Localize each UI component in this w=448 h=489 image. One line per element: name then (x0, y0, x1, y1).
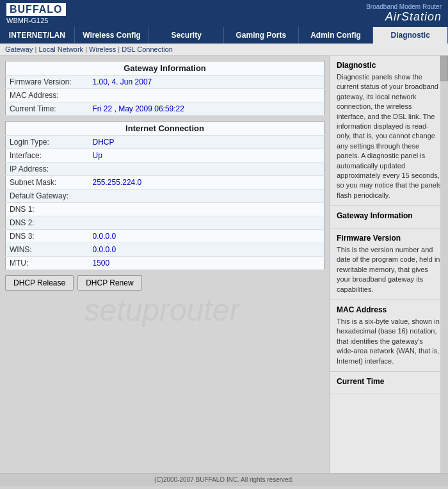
nav-item-gaming-ports[interactable]: Gaming Ports (224, 27, 299, 44)
breadcrumb-item-wireless[interactable]: Wireless (89, 45, 116, 53)
breadcrumb: Gateway | Local Network | Wireless | DSL… (0, 44, 448, 56)
table-row: MTU:1500 (6, 257, 324, 270)
row-label: DNS 2: (6, 216, 89, 230)
row-label: Subnet Mask: (6, 176, 89, 189)
page-header: BUFFALO WBMR-G125 Broadband Modem Router… (0, 0, 448, 27)
row-label: WINS: (6, 243, 89, 257)
table-row: Default Gateway: (6, 189, 324, 203)
row-label: Firmware Version: (6, 76, 89, 89)
breadcrumb-item-local-network[interactable]: Local Network (38, 45, 83, 53)
right-panel: DiagnosticDiagnostic panels show the cur… (330, 56, 448, 473)
table-row: Subnet Mask:255.255.224.0 (6, 176, 324, 189)
table-row: Login Type:DHCP (6, 136, 324, 149)
table-row: MAC Address: (6, 89, 324, 102)
row-label: Interface: (6, 149, 89, 163)
watermark: setuprouter (5, 293, 319, 328)
model-number: WBMR-G125 (6, 17, 66, 24)
help-section-title: MAC Address (337, 305, 442, 314)
row-label: DNS 3: (6, 230, 89, 243)
buffalo-logo: BUFFALO (6, 3, 66, 16)
row-value: 0.0.0.0 (89, 230, 324, 243)
brand-right: Broadband Modem Router AirStation (366, 3, 442, 24)
help-section: DiagnosticDiagnostic panels show the cur… (330, 56, 448, 206)
row-value: 1500 (89, 257, 324, 270)
nav-item-diagnostic[interactable]: Diagnostic (373, 27, 448, 44)
nav-item-internet/lan[interactable]: INTERNET/LAN (0, 27, 75, 44)
row-label: MTU: (6, 257, 89, 270)
internet-connection-title: Internet Connection (6, 122, 324, 136)
help-section-text: This is the version number and date of t… (337, 245, 442, 294)
help-section-title: Gateway Information (337, 211, 442, 220)
row-label: DNS 1: (6, 203, 89, 216)
row-value: 255.255.224.0 (89, 176, 324, 189)
row-value: 0.0.0.0 (89, 243, 324, 257)
help-section-title: Firmware Version (337, 234, 442, 243)
nav-item-security[interactable]: Security (149, 27, 224, 44)
table-row: DNS 1: (6, 203, 324, 216)
row-label: Login Type: (6, 136, 89, 149)
breadcrumb-separator: | (116, 45, 122, 53)
brand-subtitle: Broadband Modem Router (366, 3, 442, 10)
main-content: Gateway Information Firmware Version:1.0… (0, 56, 448, 473)
scrollbar-thumb[interactable] (440, 56, 448, 81)
row-value (89, 163, 324, 176)
nav-item-admin-config[interactable]: Admin Config (299, 27, 374, 44)
gateway-info-table: Gateway Information Firmware Version:1.0… (5, 61, 324, 116)
gateway-info-title: Gateway Information (6, 61, 324, 76)
row-value (89, 216, 324, 230)
row-label: MAC Address: (6, 89, 89, 102)
main-nav: INTERNET/LANWireless ConfigSecurityGamin… (0, 27, 448, 44)
table-row: WINS:0.0.0.0 (6, 243, 324, 257)
help-section: Current Time (330, 372, 448, 394)
breadcrumb-item-gateway[interactable]: Gateway (5, 45, 33, 53)
row-value (89, 89, 324, 102)
button-area: DHCP Release DHCP Renew (5, 275, 324, 291)
help-section-text: This is a six-byte value, shown in hexad… (337, 317, 442, 366)
left-panel: Gateway Information Firmware Version:1.0… (0, 56, 330, 473)
row-value: DHCP (89, 136, 324, 149)
table-row: Interface:Up (6, 149, 324, 163)
gateway-info-header: Gateway Information (6, 61, 324, 76)
help-section: Firmware VersionThis is the version numb… (330, 228, 448, 300)
dhcp-renew-button[interactable]: DHCP Renew (77, 275, 141, 291)
row-label: Default Gateway: (6, 189, 89, 203)
help-section-text: Diagnostic panels show the current statu… (337, 72, 442, 200)
table-row: DNS 3:0.0.0.0 (6, 230, 324, 243)
row-label: Current Time: (6, 102, 89, 116)
row-value (89, 189, 324, 203)
row-value: Fri 22 , May 2009 06:59:22 (89, 102, 324, 116)
row-value (89, 203, 324, 216)
help-section: MAC AddressThis is a six-byte value, sho… (330, 300, 448, 372)
breadcrumb-item-dsl-connection[interactable]: DSL Connection (122, 45, 173, 53)
scrollbar[interactable] (440, 56, 448, 473)
logo-area: BUFFALO WBMR-G125 (6, 3, 66, 24)
nav-item-wireless-config[interactable]: Wireless Config (75, 27, 150, 44)
help-section-title: Current Time (337, 377, 442, 386)
page-footer: (C)2000-2007 BUFFALO INC. All rights res… (0, 473, 448, 486)
table-row: IP Address: (6, 163, 324, 176)
breadcrumb-separator: | (83, 45, 89, 53)
internet-connection-table: Internet Connection Login Type:DHCPInter… (5, 121, 324, 270)
row-value: Up (89, 149, 324, 163)
row-value: 1.00, 4. Jun 2007 (89, 76, 324, 89)
help-section-title: Diagnostic (337, 61, 442, 70)
internet-connection-header: Internet Connection (6, 122, 324, 136)
table-row: DNS 2: (6, 216, 324, 230)
table-row: Current Time:Fri 22 , May 2009 06:59:22 (6, 102, 324, 116)
dhcp-release-button[interactable]: DHCP Release (5, 275, 74, 291)
row-label: IP Address: (6, 163, 89, 176)
help-section: Gateway Information (330, 206, 448, 228)
brand-name: AirStation (366, 10, 442, 24)
table-row: Firmware Version:1.00, 4. Jun 2007 (6, 76, 324, 89)
